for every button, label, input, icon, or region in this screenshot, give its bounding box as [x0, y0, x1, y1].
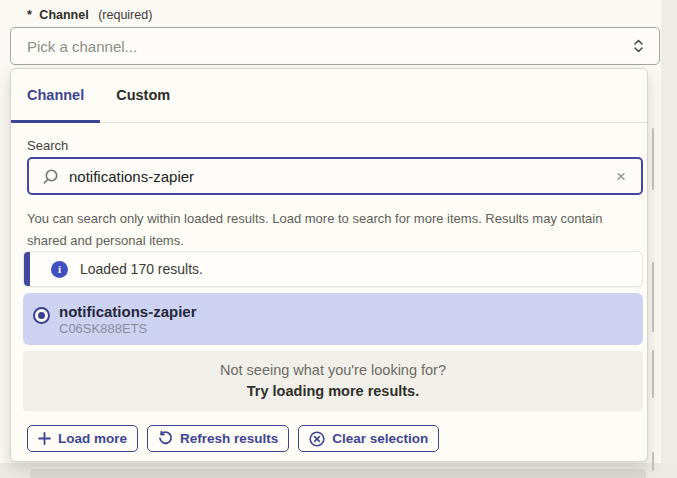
info-banner-text: Loaded 170 results. [80, 261, 203, 277]
action-buttons: Load more Refresh results Clear selectio… [27, 425, 439, 452]
result-id: C06SK888ETS [59, 321, 197, 336]
refresh-results-label: Refresh results [180, 431, 278, 446]
chevron-up-down-icon [632, 37, 645, 55]
tab-channel[interactable]: Channel [11, 69, 100, 123]
clear-circle-icon [309, 431, 325, 447]
hint-suggestion: Try loading more results. [23, 381, 643, 402]
underlying-section-edge [30, 469, 646, 478]
hint-question: Not seeing what you're looking for? [23, 360, 643, 381]
tab-custom[interactable]: Custom [100, 69, 186, 123]
load-more-label: Load more [58, 431, 127, 446]
refresh-results-button[interactable]: Refresh results [147, 425, 289, 452]
underlying-field-edge [652, 452, 654, 471]
channel-select[interactable]: Pick a channel... [10, 27, 660, 65]
search-label: Search [27, 138, 68, 153]
page-background-right [661, 0, 677, 478]
select-placeholder: Pick a channel... [27, 38, 632, 55]
channel-dropdown-panel: Channel Custom Search notifications-zapi… [10, 68, 648, 462]
search-icon [42, 168, 59, 185]
clear-selection-label: Clear selection [332, 431, 428, 446]
underlying-field-edge [652, 350, 654, 398]
search-help-text: You can search only within loaded result… [27, 208, 645, 252]
underlying-field-edge [652, 128, 654, 190]
field-label: * Channel (required) [27, 8, 152, 22]
required-asterisk: * [27, 8, 32, 22]
load-more-button[interactable]: Load more [27, 425, 138, 452]
empty-hint-box: Not seeing what you're looking for? Try … [23, 351, 643, 411]
radio-selected-icon[interactable] [33, 307, 50, 324]
info-icon: i [51, 261, 68, 278]
tab-bar: Channel Custom [11, 69, 647, 123]
clear-selection-button[interactable]: Clear selection [298, 425, 439, 452]
search-value: notifications-zapier [69, 168, 613, 185]
required-note: (required) [98, 8, 152, 22]
search-input[interactable]: notifications-zapier × [27, 157, 643, 195]
info-banner: i Loaded 170 results. [23, 251, 643, 287]
underlying-field-edge [652, 262, 654, 332]
plus-icon [38, 432, 51, 445]
result-row-notifications-zapier[interactable]: notifications-zapier C06SK888ETS [23, 293, 643, 345]
info-banner-stripe [24, 252, 30, 286]
result-title: notifications-zapier [59, 303, 197, 320]
clear-search-icon[interactable]: × [613, 166, 629, 187]
refresh-icon [158, 431, 173, 446]
field-label-text: Channel [39, 8, 88, 22]
